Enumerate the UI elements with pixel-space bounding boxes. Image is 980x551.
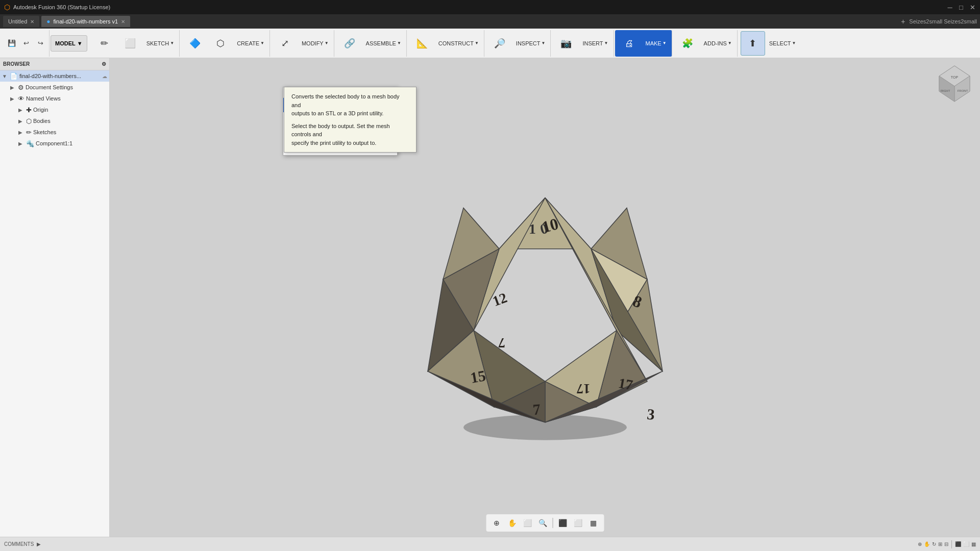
toolbar-assemble-section: 🔗 ASSEMBLE ▼ — [335, 30, 407, 57]
die-face-3: 3 — [646, 406, 655, 423]
pan-button[interactable]: ✋ — [505, 516, 519, 530]
zoom-in-button[interactable]: 🔍 — [536, 516, 549, 530]
orbit-button[interactable]: ⊕ — [490, 516, 503, 530]
sketch-menu-arrow: ▼ — [170, 41, 174, 45]
addins-menu-label: ADD-INS — [704, 40, 727, 46]
display-mode-2-button[interactable]: ⬜ — [571, 516, 584, 530]
assemble-menu-arrow: ▼ — [397, 41, 401, 45]
browser-item-root-label: final-d20-with-numbers... — [19, 73, 81, 79]
browser-item-namedviews-arrow: ▶ — [10, 96, 16, 102]
tab-untitled-close[interactable]: ✕ — [30, 19, 34, 24]
addins-menu-button[interactable]: ADD-INS ▼ — [701, 31, 735, 56]
addins-icon-1: 🧩 — [682, 39, 693, 48]
minimize-button[interactable]: ─ — [946, 4, 953, 11]
browser-item-bodies[interactable]: ▶ ⬡ Bodies — [0, 115, 109, 127]
sketch-menu-button[interactable]: SKETCH ▼ — [143, 31, 178, 56]
tab-final-d20-close[interactable]: ✕ — [121, 19, 125, 24]
nav-cube[interactable]: TOP FRONT RIGHT — [934, 63, 975, 104]
toolbar-create-section: 🔷 ⬡ CREATE ▼ — [181, 30, 270, 57]
browser-item-root-icon: 📄 — [10, 72, 18, 80]
toolbar-addins-section: 🧩 ADD-INS ▼ — [673, 30, 738, 57]
status-display-2-icon[interactable]: ⬜ — [963, 541, 969, 547]
browser-item-docsettings-arrow: ▶ — [10, 85, 16, 90]
tab-final-d20[interactable]: ● final-d20-with-numbers v1 ✕ — [41, 16, 130, 27]
toolbar-inspect-section: 🔎 INSPECT ▼ — [485, 30, 551, 57]
browser-header: BROWSER ⚙ — [0, 58, 109, 70]
tab-add-button[interactable]: + — [901, 17, 905, 26]
tooltip-line4: Select the body to output. Set the mesh … — [291, 122, 409, 139]
select-tool-1[interactable]: ⬆ — [741, 31, 765, 56]
browser-item-component1-label: Component1:1 — [36, 140, 72, 146]
undo-button[interactable]: ↩ — [19, 37, 33, 50]
modify-menu-button[interactable]: MODIFY ▼ — [299, 31, 332, 56]
browser-item-origin[interactable]: ▶ ✚ Origin — [0, 104, 109, 115]
status-display-3-icon[interactable]: ▦ — [971, 541, 976, 547]
inspect-menu-button[interactable]: INSPECT ▼ — [513, 31, 549, 56]
browser-title: BROWSER — [3, 61, 30, 67]
tooltip-line2: outputs to an STL or a 3D print utility. — [291, 109, 409, 118]
status-display-1-icon[interactable]: ⬛ — [955, 541, 961, 547]
browser-item-component1[interactable]: ▶ 🔩 Component1:1 — [0, 138, 109, 149]
model-selector-arrow: ▼ — [77, 40, 83, 46]
browser-item-named-views[interactable]: ▶ 👁 Named Views — [0, 93, 109, 104]
construct-menu-button[interactable]: CONSTRUCT ▼ — [435, 31, 482, 56]
addins-tool-1[interactable]: 🧩 — [675, 31, 700, 56]
construct-menu-arrow: ▼ — [475, 41, 479, 45]
status-zoom-minus-icon[interactable]: ⊟ — [944, 541, 948, 547]
assemble-icon-1: 🔗 — [344, 39, 355, 48]
die-number-7-text: 7 — [532, 400, 541, 418]
create-menu-button[interactable]: CREATE ▼ — [234, 31, 267, 56]
tooltip-box: Converts the selected body to a mesh bod… — [284, 87, 416, 153]
comments-expand[interactable]: ▶ — [37, 541, 41, 547]
title-bar-controls: ─ □ ✕ — [946, 4, 976, 11]
sketch-icon-2: ⬜ — [125, 39, 136, 48]
nav-cube-svg: TOP FRONT RIGHT — [934, 63, 975, 104]
assemble-tool-1[interactable]: 🔗 — [337, 31, 362, 56]
insert-tool-1[interactable]: 📷 — [554, 31, 578, 56]
maximize-button[interactable]: □ — [958, 4, 965, 11]
display-mode-button[interactable]: ⬛ — [556, 516, 569, 530]
inspect-tool-1[interactable]: 🔎 — [487, 31, 512, 56]
create-tool-1[interactable]: 🔷 — [183, 31, 207, 56]
tab-untitled[interactable]: Untitled ✕ — [3, 16, 39, 27]
create-icon-1: 🔷 — [189, 39, 201, 48]
assemble-menu-button[interactable]: ASSEMBLE ▼ — [363, 31, 404, 56]
make-tool-1[interactable]: 🖨 — [617, 31, 642, 56]
status-pan-icon[interactable]: ✋ — [924, 541, 930, 547]
close-button[interactable]: ✕ — [969, 4, 976, 11]
browser-item-origin-label: Origin — [33, 107, 48, 113]
die-face-17b: 17 — [576, 381, 590, 396]
insert-icon-1: 📷 — [560, 39, 572, 48]
status-zoom-icon[interactable]: ⊕ — [918, 541, 922, 547]
browser-item-bodies-label: Bodies — [33, 118, 51, 124]
browser-item-document-settings[interactable]: ▶ ⚙ Document Settings — [0, 82, 109, 93]
viewport[interactable]: 0 1 10 8 17 — [110, 58, 980, 537]
browser-item-root[interactable]: ▼ 📄 final-d20-with-numbers... ☁ — [0, 70, 109, 82]
status-zoom-fit-icon[interactable]: ⊞ — [938, 541, 942, 547]
tooltip-line1: Converts the selected body to a mesh bod… — [291, 92, 409, 109]
create-tool-2[interactable]: ⬡ — [208, 31, 233, 56]
inspect-icon-1: 🔎 — [494, 39, 505, 48]
viewport-bottom-toolbar: ⊕ ✋ ⬜ 🔍 ⬛ ⬜ ▦ — [486, 514, 604, 532]
select-menu-button[interactable]: SELECT ▼ — [766, 31, 799, 56]
sketch-tool-2[interactable]: ⬜ — [118, 31, 142, 56]
toolbar-sketch-section: ✏ ⬜ SKETCH ▼ — [90, 30, 180, 57]
modify-tool-1[interactable]: ⤢ — [273, 31, 298, 56]
make-menu-button[interactable]: MAKE ▼ — [643, 31, 670, 56]
browser-settings-icon[interactable]: ⚙ — [102, 61, 106, 67]
display-mode-3-button[interactable]: ▦ — [586, 516, 600, 530]
die-number-17b-text: 17 — [576, 381, 590, 396]
construct-tool-1[interactable]: 📐 — [410, 31, 434, 56]
model-selector[interactable]: MODEL ▼ — [51, 35, 87, 52]
zoom-fit-button[interactable]: ⬜ — [521, 516, 534, 530]
status-rotate-icon[interactable]: ↻ — [932, 541, 936, 547]
inspect-menu-arrow: ▼ — [542, 41, 546, 45]
insert-menu-button[interactable]: INSERT ▼ — [579, 31, 611, 56]
d20-die-svg: 0 1 10 8 17 — [423, 178, 668, 443]
model-selector-label: MODEL — [55, 40, 76, 46]
browser-item-sketches[interactable]: ▶ ✏ Sketches — [0, 127, 109, 138]
redo-button[interactable]: ↪ — [34, 37, 47, 50]
toolbar-construct-section: 📐 CONSTRUCT ▼ — [408, 30, 484, 57]
sketch-tool-1[interactable]: ✏ — [92, 31, 117, 56]
save-button[interactable]: 💾 — [5, 37, 18, 50]
